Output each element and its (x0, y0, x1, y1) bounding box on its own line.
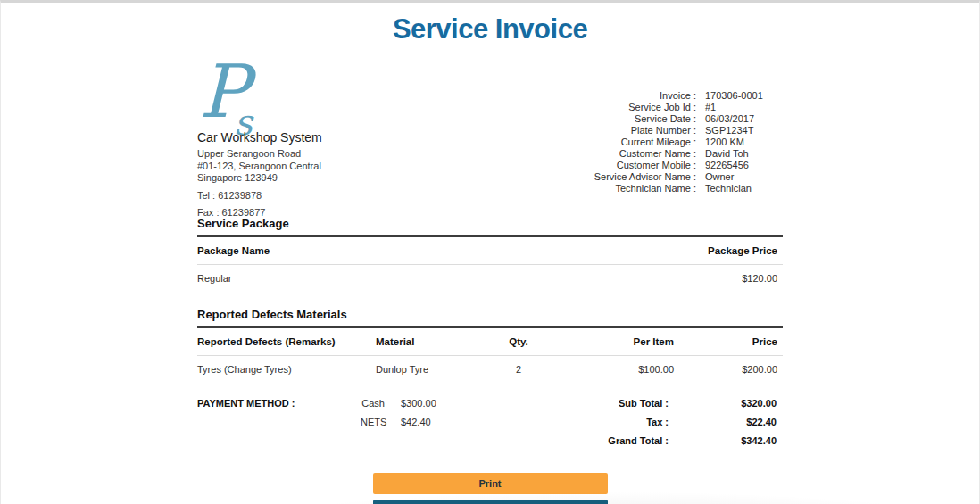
page-title: Service Invoice (1, 3, 979, 45)
column-header-remarks: Reported Defects (Remarks) (197, 328, 376, 356)
reported-defects-section: Reported Defects Materials Reported Defe… (197, 308, 783, 384)
info-label: Customer Name : (594, 148, 696, 160)
print-button[interactable]: Print (373, 473, 608, 494)
defect-material-cell: Dunlop Tyre (376, 356, 474, 384)
payment-method-name: Cash (361, 398, 385, 409)
info-label: Customer Mobile : (594, 160, 696, 171)
payment-method-amount: $300.00 (401, 398, 436, 409)
tax-value: $22.40 (669, 417, 783, 427)
payment-method-row: PAYMENT METHOD : Cash $300.00 (197, 393, 436, 412)
subtotal-value: $320.00 (669, 398, 783, 409)
column-header-per-item: Per Item (563, 328, 679, 356)
table-row: Regular $120.00 (197, 265, 783, 293)
totals-block: Sub Total : $320.00 Tax : $22.40 Grand T… (535, 393, 783, 450)
defect-price-cell: $200.00 (679, 356, 783, 384)
info-row-current-mileage: Current Mileage : 1200 KM (594, 136, 783, 148)
info-row-customer-name: Customer Name : David Toh (594, 148, 783, 160)
info-value: David Toh (696, 148, 783, 160)
info-label: Service Date : (594, 113, 696, 125)
defect-remarks-cell: Tyres (Change Tyres) (197, 356, 376, 384)
info-value: 92265456 (696, 160, 783, 171)
payment-method-label: PAYMENT METHOD : (197, 398, 361, 409)
table-header-row: Reported Defects (Remarks) Material Qty.… (197, 328, 783, 356)
company-address-block: Car Workshop System Upper Serangoon Road… (197, 130, 322, 219)
back-button[interactable]: Back (373, 500, 608, 504)
info-value: Technician (696, 183, 783, 194)
service-package-table: Package Name Package Price Regular $120.… (197, 237, 783, 293)
company-address-line: Singapore 123949 (197, 172, 322, 185)
info-value: SGP1234T (696, 125, 783, 136)
info-label: Invoice : (594, 90, 696, 102)
column-header-qty: Qty. (474, 328, 563, 356)
defect-per-item-cell: $100.00 (563, 356, 679, 384)
column-header-material: Material (376, 328, 474, 356)
table-header-row: Package Name Package Price (197, 237, 783, 265)
info-label: Plate Number : (594, 125, 696, 136)
payment-method-row: NETS $42.40 (197, 412, 436, 431)
grand-total-label: Grand Total : (535, 435, 669, 446)
payment-method-name: NETS (361, 417, 385, 427)
package-price-cell: $120.00 (490, 265, 783, 293)
tax-row: Tax : $22.40 (535, 412, 783, 431)
service-package-section: Service Package Package Name Package Pri… (197, 217, 783, 293)
info-label: Service Job Id : (594, 102, 696, 113)
company-tel: Tel : 61239878 (197, 189, 322, 202)
tax-label: Tax : (535, 417, 669, 427)
info-value: 170306-0001 (696, 90, 783, 102)
info-value: Owner (696, 171, 783, 183)
grand-total-row: Grand Total : $342.40 (535, 431, 783, 450)
service-invoice-page: Service Invoice Ps Car Workshop System U… (0, 0, 980, 504)
payment-methods: PAYMENT METHOD : Cash $300.00 NETS $42.4… (197, 393, 436, 450)
reported-defects-table: Reported Defects (Remarks) Material Qty.… (197, 328, 783, 384)
info-label: Current Mileage : (594, 136, 696, 148)
company-name: Car Workshop System (197, 130, 322, 145)
info-label: Technician Name : (594, 183, 696, 194)
info-label: Service Advisor Name : (594, 171, 696, 183)
info-value: 1200 KM (696, 136, 783, 148)
package-name-cell: Regular (197, 265, 490, 293)
company-address-line: Upper Serangoon Road (197, 148, 322, 161)
info-row-invoice: Invoice : 170306-0001 (594, 90, 783, 102)
subtotal-row: Sub Total : $320.00 (535, 393, 783, 412)
reported-defects-heading: Reported Defects Materials (197, 308, 783, 328)
info-row-technician: Technician Name : Technician (594, 183, 783, 194)
subtotal-label: Sub Total : (535, 398, 669, 409)
column-header-package-name: Package Name (197, 237, 490, 265)
info-row-service-job-id: Service Job Id : #1 (594, 102, 783, 113)
info-value: 06/03/2017 (696, 113, 783, 125)
info-row-customer-mobile: Customer Mobile : 92265456 (594, 160, 783, 171)
company-fax: Fax : 61239877 (197, 206, 322, 219)
payment-section: PAYMENT METHOD : Cash $300.00 NETS $42.4… (197, 393, 783, 450)
table-row: Tyres (Change Tyres) Dunlop Tyre 2 $100.… (197, 356, 783, 384)
service-package-heading: Service Package (197, 217, 783, 237)
invoice-header: Ps Car Workshop System Upper Serangoon R… (197, 45, 783, 213)
grand-total-value: $342.40 (669, 435, 783, 446)
info-row-plate-number: Plate Number : SGP1234T (594, 125, 783, 136)
info-value: #1 (696, 102, 783, 113)
company-address-line: #01-123, Serangoon Central (197, 161, 322, 173)
invoice-info-block: Invoice : 170306-0001 Service Job Id : #… (594, 90, 783, 194)
payment-method-amount: $42.40 (401, 417, 431, 427)
column-header-price: Price (679, 328, 783, 356)
invoice-container: Ps Car Workshop System Upper Serangoon R… (197, 45, 783, 504)
column-header-package-price: Package Price (490, 237, 783, 265)
info-row-service-date: Service Date : 06/03/2017 (594, 113, 783, 125)
defect-qty-cell: 2 (474, 356, 563, 384)
info-row-service-advisor: Service Advisor Name : Owner (594, 171, 783, 183)
